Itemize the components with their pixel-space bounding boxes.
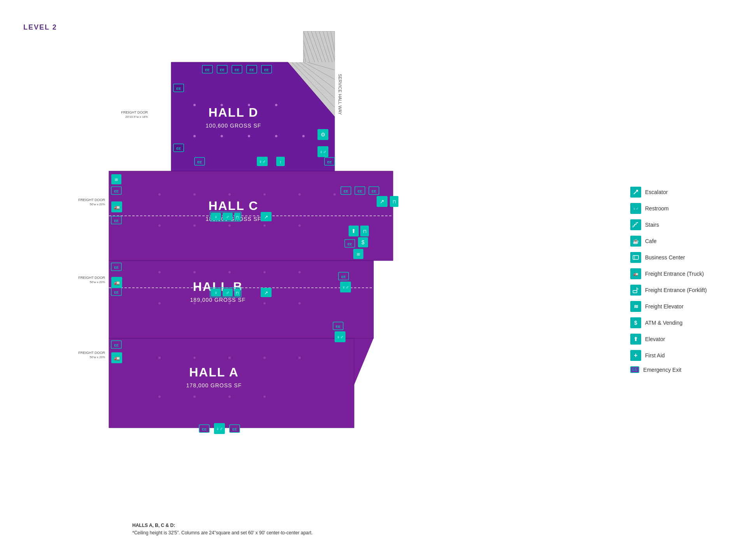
- freight-elevator-icon: ≋: [630, 301, 641, 312]
- legend-freight-elevator: ≋ Freight Elevator: [630, 301, 724, 312]
- svg-point-148: [193, 193, 196, 196]
- stairs-icon: [630, 219, 641, 230]
- svg-text:50'w x 20'h: 50'w x 20'h: [89, 203, 105, 206]
- svg-text:HALL C: HALL C: [209, 199, 259, 213]
- svg-text:FREIGHT DOOR: FREIGHT DOOR: [78, 351, 105, 355]
- svg-text:FREIGHT DOOR: FREIGHT DOOR: [78, 198, 105, 202]
- svg-line-185: [634, 190, 638, 194]
- legend-freight-forklift: Freight Entrance (Forklift): [630, 285, 724, 296]
- legend-freight-truck: 🚛 Freight Entrance (Truck): [630, 268, 724, 279]
- svg-text:⊓: ⊓: [236, 291, 239, 295]
- emergency-exit-label: Emergency Exit: [643, 367, 681, 373]
- freight-truck-label: Freight Entrance (Truck): [645, 271, 704, 277]
- svg-point-175: [228, 396, 231, 398]
- svg-point-162: [298, 271, 301, 273]
- svg-text:⊓: ⊓: [363, 229, 366, 234]
- svg-text:↗: ↗: [264, 290, 268, 296]
- svg-text:FREIGHT DOOR: FREIGHT DOOR: [78, 276, 105, 280]
- svg-point-167: [298, 302, 301, 304]
- legend-elevator: ⬆ Elevator: [630, 334, 724, 345]
- svg-text:≋: ≋: [114, 177, 118, 182]
- svg-point-147: [158, 193, 161, 196]
- svg-text:♀♂: ♀♂: [337, 334, 344, 340]
- svg-point-170: [228, 357, 231, 359]
- legend: Escalator ♀♂ Restroom Stairs ☕ Cafe Busi…: [630, 187, 724, 378]
- cafe-icon: ☕: [630, 236, 641, 247]
- stairs-label: Stairs: [645, 222, 659, 228]
- svg-text:EE: EE: [249, 68, 254, 72]
- svg-text:♂: ♂: [226, 290, 230, 296]
- legend-cafe: ☕ Cafe: [630, 236, 724, 247]
- cafe-label: Cafe: [645, 238, 657, 244]
- svg-marker-25: [354, 261, 374, 299]
- svg-text:HALL A: HALL A: [189, 365, 239, 379]
- atm-label: ATM & Vending: [645, 320, 682, 326]
- svg-point-149: [228, 193, 231, 196]
- svg-point-166: [263, 302, 266, 304]
- svg-text:EE: EE: [114, 219, 119, 223]
- svg-rect-188: [633, 290, 637, 293]
- svg-point-160: [228, 271, 231, 273]
- svg-text:EE: EE: [114, 266, 119, 270]
- legend-first-aid: + First Aid: [630, 350, 724, 361]
- svg-point-151: [298, 193, 301, 196]
- svg-point-163: [158, 302, 161, 304]
- floor-plan-svg: SERVICE HALL WAY HALL D 100,600 GROSS SF…: [23, 31, 599, 498]
- svg-text:♀: ♀: [214, 214, 218, 220]
- business-center-label: Business Center: [645, 254, 685, 261]
- svg-point-150: [263, 193, 266, 196]
- svg-point-140: [248, 104, 250, 106]
- ee-icon: EE: [630, 366, 639, 373]
- legend-emergency-exit: EE Emergency Exit: [630, 366, 724, 373]
- elevator-label: Elevator: [645, 336, 665, 342]
- svg-text:↕: ↕: [280, 160, 282, 164]
- svg-point-161: [263, 271, 266, 273]
- restroom-label: Restroom: [645, 205, 669, 212]
- freight-truck-icon: 🚛: [630, 268, 641, 279]
- svg-text:EE: EE: [336, 325, 340, 329]
- svg-text:EE: EE: [358, 189, 362, 193]
- svg-text:SERVICE HALL WAY: SERVICE HALL WAY: [338, 74, 342, 115]
- svg-text:EE: EE: [205, 68, 210, 72]
- svg-point-168: [158, 357, 161, 359]
- bottom-note: HALLS A, B, C & D: *Ceiling height is 32…: [132, 522, 313, 537]
- svg-text:50'w x 20'h: 50'w x 20'h: [89, 280, 105, 284]
- svg-point-176: [263, 396, 266, 398]
- svg-marker-27: [354, 338, 374, 385]
- svg-text:EE: EE: [341, 275, 346, 279]
- legend-stairs: Stairs: [630, 219, 724, 230]
- svg-text:EE: EE: [176, 87, 181, 91]
- svg-point-143: [221, 135, 223, 137]
- svg-text:⊓: ⊓: [236, 215, 239, 219]
- legend-restroom: ♀♂ Restroom: [630, 203, 724, 214]
- business-center-icon: [630, 252, 641, 263]
- svg-text:🚛: 🚛: [114, 355, 120, 361]
- svg-text:EE: EE: [114, 189, 119, 193]
- svg-point-174: [193, 396, 196, 398]
- svg-point-159: [193, 271, 196, 273]
- svg-text:50'w x 20'h: 50'w x 20'h: [89, 355, 105, 359]
- svg-text:🚛: 🚛: [114, 204, 120, 210]
- level-label: LEVEL 2: [23, 23, 57, 32]
- svg-text:↗: ↗: [264, 214, 268, 220]
- restroom-icon: ♀♂: [630, 203, 641, 214]
- svg-text:EE: EE: [372, 189, 376, 193]
- escalator-icon: [630, 187, 641, 198]
- svg-text:$: $: [361, 239, 365, 245]
- svg-point-171: [263, 357, 266, 359]
- svg-text:100,600 GROSS SF: 100,600 GROSS SF: [206, 122, 261, 129]
- svg-point-172: [298, 357, 301, 359]
- freight-forklift-label: Freight Entrance (Forklift): [645, 287, 707, 293]
- svg-text:⬆: ⬆: [351, 228, 356, 234]
- svg-text:EE: EE: [197, 160, 202, 164]
- svg-point-153: [158, 224, 161, 227]
- svg-point-146: [302, 135, 305, 137]
- svg-text:EE: EE: [202, 427, 207, 431]
- svg-text:EE: EE: [232, 427, 237, 431]
- svg-text:≋: ≋: [356, 252, 360, 257]
- svg-text:♀♂: ♀♂: [342, 285, 349, 290]
- svg-point-158: [158, 271, 161, 273]
- svg-point-169: [193, 357, 196, 359]
- freight-forklift-icon: [630, 285, 641, 296]
- svg-text:EE: EE: [220, 68, 224, 72]
